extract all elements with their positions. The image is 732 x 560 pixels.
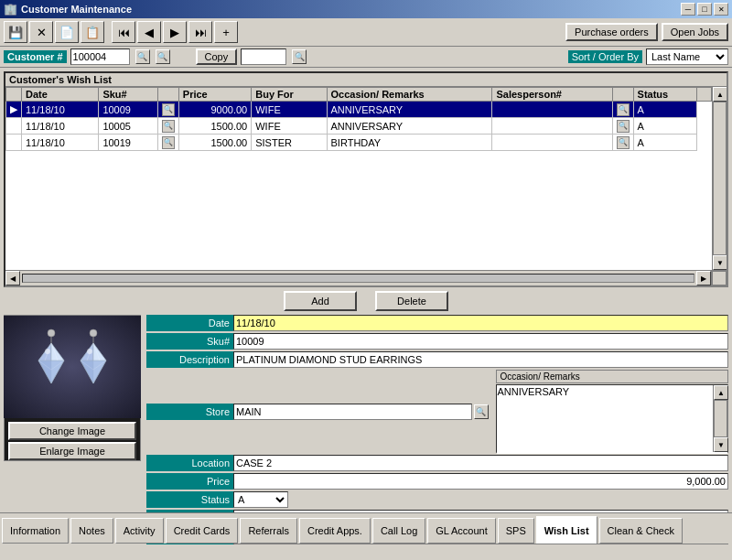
copy-button[interactable]: Copy: [196, 48, 238, 65]
tab-credit-cards[interactable]: Credit Cards: [166, 518, 239, 544]
occasion-scroll-down[interactable]: ▼: [714, 437, 728, 452]
date-input[interactable]: [233, 315, 728, 331]
close-button[interactable]: ✕: [714, 3, 728, 16]
occasion-textarea[interactable]: ANNIVERSARY: [497, 385, 728, 454]
row-buy-for: WIFE: [252, 102, 327, 118]
next-button[interactable]: ▶: [163, 21, 187, 43]
description-input[interactable]: [233, 351, 728, 368]
product-image: [4, 316, 141, 418]
titlebar: 🏢 Customer Maintenance ─ □ ✕: [0, 0, 732, 18]
cancel-button[interactable]: ✕: [29, 21, 53, 43]
svg-point-20: [45, 349, 50, 354]
col-status: Status: [633, 88, 696, 102]
delete-record-button[interactable]: Delete: [375, 291, 448, 311]
last-button[interactable]: ⏭: [188, 21, 212, 43]
tab-call-log[interactable]: Call Log: [372, 518, 425, 544]
copy-search-button[interactable]: 🔍: [292, 49, 307, 64]
hscroll-right[interactable]: ▶: [696, 271, 711, 285]
tab-referrals[interactable]: Referrals: [240, 518, 297, 544]
store-search-button[interactable]: 🔍: [474, 404, 489, 419]
occasion-header: Occasion/ Remarks: [496, 370, 729, 383]
sku-input[interactable]: [233, 333, 728, 350]
description-row: Description: [146, 351, 728, 368]
table-row[interactable]: 11/18/10 10019 🔍 1500.00 SISTER BIRTHDAY…: [6, 135, 712, 151]
add-delete-row: Add Delete: [4, 291, 728, 311]
row-sku-btn[interactable]: 🔍: [157, 135, 178, 151]
svg-point-21: [87, 349, 92, 354]
tab-notes[interactable]: Notes: [70, 518, 113, 544]
row-buy-for: WIFE: [252, 118, 327, 135]
col-buy-for: Buy For: [252, 88, 327, 102]
date-row: Date: [146, 315, 728, 331]
hscroll-left[interactable]: ◀: [5, 271, 20, 285]
row-indicator: ▶: [6, 102, 22, 118]
occasion-scroll-up[interactable]: ▲: [714, 385, 728, 400]
svg-point-0: [48, 329, 55, 337]
customer-row: Customer # 🔍 🔍 Copy 🔍 Sort / Order By La…: [0, 47, 732, 68]
col-price: Price: [178, 88, 251, 102]
wishlist-scroll-thumb[interactable]: [713, 102, 727, 255]
add-record-button[interactable]: Add: [284, 291, 357, 311]
wishlist-table: Date Sku# Price Buy For Occasion/ Remark…: [5, 87, 712, 151]
occasion-scroll-thumb[interactable]: [714, 400, 727, 437]
tab-information[interactable]: Information: [2, 518, 69, 544]
tab-credit-apps[interactable]: Credit Apps.: [299, 518, 371, 544]
customer-number-input[interactable]: [70, 48, 130, 65]
store-input[interactable]: [233, 404, 472, 420]
col-salesperson: Salesperson#: [492, 88, 612, 102]
change-image-button[interactable]: Change Image: [8, 422, 136, 440]
row-sp-btn[interactable]: 🔍: [612, 102, 633, 118]
enlarge-image-button[interactable]: Enlarge Image: [8, 442, 136, 460]
customer-search2-button[interactable]: 🔍: [156, 49, 170, 64]
tab-clean-check[interactable]: Clean & Check: [599, 518, 683, 544]
app-title: Customer Maintenance: [21, 4, 679, 15]
wishlist-scroll-up[interactable]: ▲: [713, 87, 727, 102]
row-occasion: BIRTHDAY: [327, 135, 492, 151]
new-button[interactable]: 📄: [55, 21, 79, 43]
add-button[interactable]: +: [214, 21, 238, 43]
description-label: Description: [146, 351, 233, 368]
copy-toolbar-button[interactable]: 📋: [81, 21, 104, 43]
table-row[interactable]: 11/18/10 10005 🔍 1500.00 WIFE ANNIVERSAR…: [6, 118, 712, 135]
minimize-button[interactable]: ─: [681, 3, 695, 16]
row-occasion: ANNIVERSARY: [327, 118, 492, 135]
prev-button[interactable]: ◀: [137, 21, 161, 43]
row-sku: 10009: [99, 102, 157, 118]
row-sp-btn[interactable]: 🔍: [612, 118, 633, 135]
wishlist-title: Customer's Wish List: [5, 73, 727, 87]
first-button[interactable]: ⏮: [112, 21, 135, 43]
customer-search1-button[interactable]: 🔍: [135, 49, 150, 64]
app-icon: 🏢: [4, 3, 17, 16]
open-jobs-button[interactable]: Open Jobs: [662, 23, 728, 41]
row-sp-btn[interactable]: 🔍: [612, 135, 633, 151]
row-status: A: [633, 118, 696, 135]
status-label: Status: [146, 491, 233, 508]
tab-activity[interactable]: Activity: [115, 518, 164, 544]
row-indicator: [6, 135, 22, 151]
row-salesperson: [492, 118, 612, 135]
svg-marker-5: [38, 361, 64, 383]
copy-input[interactable]: [241, 48, 286, 65]
purchase-orders-button[interactable]: Purchase orders: [565, 23, 658, 41]
save-button[interactable]: 💾: [4, 21, 27, 43]
tab-sps[interactable]: SPS: [498, 518, 534, 544]
row-buy-for: SISTER: [252, 135, 327, 151]
wishlist-scroll-down[interactable]: ▼: [713, 255, 727, 270]
price-input[interactable]: [233, 473, 728, 490]
row-sku-btn[interactable]: 🔍: [157, 102, 178, 118]
tab-gl-account[interactable]: GL Account: [427, 518, 495, 544]
wishlist-vscrollbar: ▲ ▼: [712, 87, 727, 270]
location-input[interactable]: [233, 455, 728, 471]
row-sku: 10005: [99, 118, 157, 135]
wishlist-panel: Customer's Wish List Date Sku# Price Buy…: [4, 71, 728, 287]
maximize-button[interactable]: □: [697, 3, 712, 16]
tab-wish-list[interactable]: Wish List: [536, 516, 597, 544]
table-row[interactable]: ▶ 11/18/10 10009 🔍 9000.00 WIFE ANNIVERS…: [6, 102, 712, 118]
status-select[interactable]: A I: [233, 491, 288, 508]
col-sku-btn: [157, 88, 178, 102]
row-price: 1500.00: [178, 135, 251, 151]
sku-row: Sku#: [146, 333, 728, 350]
sort-select[interactable]: Last Name First Name Customer #: [646, 48, 728, 65]
main-content: Customer's Wish List Date Sku# Price Buy…: [0, 68, 732, 544]
row-sku-btn[interactable]: 🔍: [157, 118, 178, 135]
